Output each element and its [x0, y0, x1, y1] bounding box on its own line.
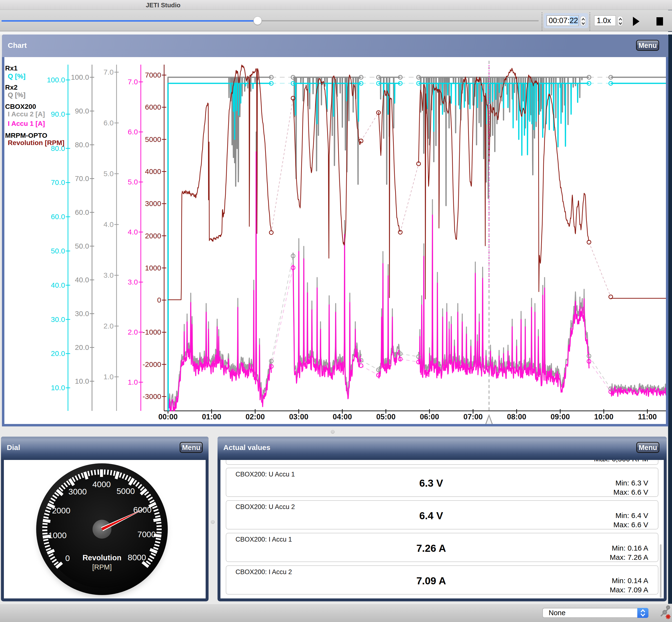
svg-text:Rx2: Rx2 [5, 83, 17, 91]
svg-text:6.0: 6.0 [128, 128, 138, 136]
svg-text:10.0: 10.0 [51, 384, 65, 392]
svg-text:09:00: 09:00 [551, 413, 570, 421]
svg-text:7000: 7000 [145, 71, 161, 79]
svg-text:4.0: 4.0 [128, 228, 138, 236]
svg-text:3000: 3000 [145, 200, 161, 207]
svg-text:4000: 4000 [145, 167, 161, 175]
svg-text:40.0: 40.0 [75, 276, 89, 284]
svg-text:10:00: 10:00 [594, 413, 613, 421]
svg-text:2.0: 2.0 [128, 328, 138, 336]
svg-text:CBOX200: CBOX200 [5, 103, 36, 110]
svg-text:30.0: 30.0 [51, 315, 65, 323]
svg-text:1.0: 1.0 [128, 378, 138, 386]
svg-text:90.0: 90.0 [51, 110, 65, 118]
svg-text:-3000: -3000 [143, 392, 161, 401]
svg-text:3.0: 3.0 [128, 278, 138, 286]
svg-text:0: 0 [65, 553, 70, 563]
svg-text:03:00: 03:00 [289, 413, 308, 421]
svg-text:5.0: 5.0 [103, 170, 114, 178]
svg-text:50.0: 50.0 [75, 242, 89, 250]
svg-text:3.0: 3.0 [103, 271, 114, 279]
svg-text:01:00: 01:00 [202, 413, 221, 421]
svg-text:07:00: 07:00 [463, 413, 483, 421]
svg-text:5000: 5000 [145, 135, 161, 143]
svg-text:1.0: 1.0 [103, 373, 114, 381]
svg-text:Q [%]: Q [%] [8, 72, 26, 80]
svg-text:MRPM-OPTO: MRPM-OPTO [5, 132, 47, 139]
svg-text:7.0: 7.0 [128, 78, 138, 86]
svg-text:20.0: 20.0 [51, 349, 65, 357]
svg-text:4.0: 4.0 [103, 220, 114, 229]
svg-text:2.0: 2.0 [103, 322, 114, 330]
svg-text:50.0: 50.0 [51, 247, 65, 255]
svg-text:-2000: -2000 [143, 360, 161, 368]
svg-text:100.0: 100.0 [47, 76, 65, 84]
svg-text:3000: 3000 [69, 487, 87, 496]
svg-text:70.0: 70.0 [51, 178, 65, 186]
svg-text:00:00: 00:00 [158, 413, 178, 421]
svg-text:04:00: 04:00 [333, 413, 352, 421]
svg-text:Revolution [RPM]: Revolution [RPM] [8, 139, 64, 146]
svg-text:Revolution: Revolution [82, 553, 121, 562]
svg-text:10.0: 10.0 [75, 377, 89, 385]
svg-text:05:00: 05:00 [376, 413, 396, 421]
svg-text:[RPM]: [RPM] [92, 563, 112, 571]
svg-text:40.0: 40.0 [51, 281, 65, 289]
svg-text:2000: 2000 [52, 506, 70, 515]
svg-text:I Accu 1 [A]: I Accu 1 [A] [8, 120, 45, 127]
svg-text:4000: 4000 [92, 480, 111, 489]
svg-text:I Accu 2 [A]: I Accu 2 [A] [8, 110, 45, 118]
svg-text:2000: 2000 [145, 232, 161, 240]
svg-text:80.0: 80.0 [75, 141, 89, 149]
svg-text:Q [%]: Q [%] [8, 91, 26, 99]
svg-text:6.0: 6.0 [103, 119, 114, 127]
svg-text:1000: 1000 [145, 264, 161, 272]
svg-text:02:00: 02:00 [246, 413, 265, 421]
svg-text:5000: 5000 [116, 486, 135, 496]
svg-text:8000: 8000 [128, 553, 146, 562]
svg-text:08:00: 08:00 [507, 413, 526, 421]
svg-text:7.0: 7.0 [103, 68, 114, 76]
svg-text:60.0: 60.0 [51, 213, 65, 220]
svg-text:7000: 7000 [138, 530, 156, 539]
svg-text:20.0: 20.0 [75, 343, 89, 351]
svg-text:0: 0 [157, 296, 161, 304]
svg-text:06:00: 06:00 [420, 413, 439, 421]
svg-text:Rx1: Rx1 [5, 64, 17, 72]
svg-text:30.0: 30.0 [75, 310, 89, 317]
svg-text:-1000: -1000 [143, 328, 161, 336]
svg-text:90.0: 90.0 [75, 107, 89, 115]
svg-text:60.0: 60.0 [75, 208, 89, 216]
svg-text:1000: 1000 [48, 531, 67, 540]
svg-text:11:00: 11:00 [638, 413, 657, 421]
svg-text:6000: 6000 [145, 103, 161, 111]
svg-text:100.0: 100.0 [71, 73, 89, 81]
svg-text:70.0: 70.0 [75, 174, 89, 182]
svg-text:5.0: 5.0 [128, 178, 138, 186]
